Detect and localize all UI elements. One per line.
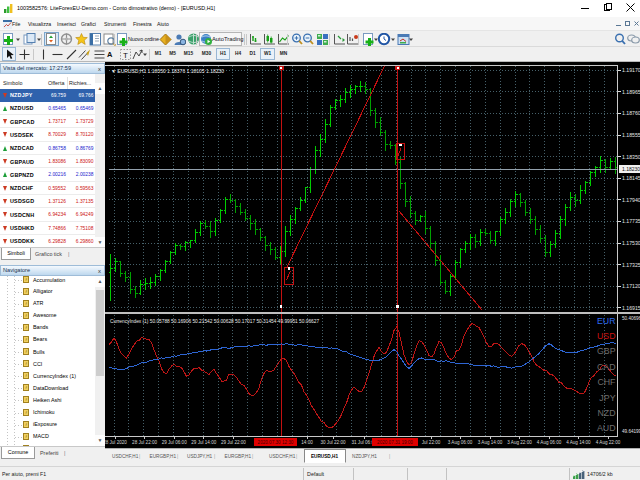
svg-text:4 Aug 14:00: 4 Aug 14:00 [566, 440, 591, 445]
svg-text:1.17735: 1.17735 [622, 218, 640, 224]
svg-text:USD: USD [597, 331, 616, 341]
svg-text:28 Jul 22:00: 28 Jul 22:00 [132, 440, 157, 445]
svg-text:3 Aug 06:00: 3 Aug 06:00 [448, 440, 473, 445]
svg-text:29 Jul 22:00: 29 Jul 22:00 [221, 440, 246, 445]
svg-text:1.17325: 1.17325 [622, 262, 640, 268]
svg-text:JPY: JPY [599, 393, 615, 403]
svg-text:▼ EURUSD,H1 1.18350 1.18376 1: ▼ EURUSD,H1 1.18350 1.18376 1.18105 1.18… [111, 68, 224, 74]
svg-text:CurrencyIndex (1) 50.05788 50.: CurrencyIndex (1) 50.05788 50.16906 50.2… [110, 319, 319, 324]
svg-text:1.18145: 1.18145 [622, 175, 640, 181]
svg-text:2020.07.30 12:30: 2020.07.30 12:30 [258, 440, 294, 445]
svg-text:1.18230: 1.18230 [622, 166, 640, 172]
svg-text:Jul 22:00: Jul 22:00 [422, 440, 441, 445]
svg-text:EUR: EUR [597, 316, 616, 326]
svg-text:29 Jul 14:00: 29 Jul 14:00 [191, 440, 216, 445]
svg-text:CAD: CAD [597, 362, 616, 372]
svg-text:1.18555: 1.18555 [622, 132, 640, 138]
svg-text:1.16915: 1.16915 [622, 305, 640, 311]
svg-text:2020.07.31 19:00: 2020.07.31 19:00 [377, 440, 413, 445]
svg-text:4 Aug 22:00: 4 Aug 22:00 [596, 440, 621, 445]
svg-text:1.17530: 1.17530 [622, 240, 640, 246]
svg-text:CHF: CHF [597, 377, 616, 387]
svg-text:4 Aug 06:00: 4 Aug 06:00 [537, 440, 562, 445]
svg-text:AUD: AUD [597, 423, 616, 433]
svg-text:50.40696: 50.40696 [622, 316, 640, 321]
svg-text:1.17120: 1.17120 [622, 283, 640, 289]
svg-text:1.18760: 1.18760 [622, 110, 640, 116]
svg-text:14:00: 14:00 [301, 440, 313, 445]
svg-text:3 Aug 22:00: 3 Aug 22:00 [507, 440, 532, 445]
svg-text:30 Jul 22:00: 30 Jul 22:00 [320, 440, 345, 445]
svg-text:1.19170: 1.19170 [622, 67, 640, 73]
svg-text:GBP: GBP [597, 346, 616, 356]
svg-text:1.18350: 1.18350 [622, 154, 640, 160]
svg-text:3 Aug 14:00: 3 Aug 14:00 [478, 440, 503, 445]
svg-text:1.17940: 1.17940 [622, 197, 640, 203]
svg-text:NZD: NZD [597, 408, 615, 418]
svg-text:28 Jul 2020: 28 Jul 2020 [105, 440, 127, 445]
svg-text:49.64199: 49.64199 [622, 429, 640, 434]
svg-text:29 Jul 06:00: 29 Jul 06:00 [162, 440, 187, 445]
svg-text:1.18965: 1.18965 [622, 89, 640, 95]
svg-text:T: T [123, 51, 128, 60]
